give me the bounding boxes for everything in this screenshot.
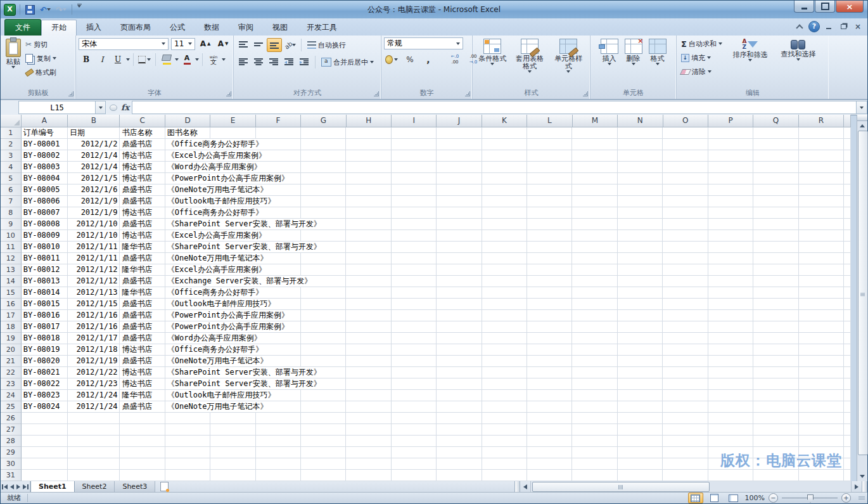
page-layout-view-button[interactable] — [707, 493, 722, 503]
cell-I18[interactable] — [392, 321, 437, 333]
cell-O30[interactable] — [663, 458, 708, 470]
cell-O17[interactable] — [663, 310, 708, 321]
cell-B25[interactable]: 2012/1/24 — [68, 401, 120, 413]
cell-J6[interactable] — [437, 184, 482, 196]
cell-G31[interactable] — [301, 470, 346, 481]
column-header-F[interactable]: F — [256, 115, 301, 127]
cell-R20[interactable] — [799, 344, 844, 356]
cell-O23[interactable] — [663, 378, 708, 390]
cell-H29[interactable] — [346, 447, 391, 458]
cell-H15[interactable] — [346, 287, 391, 299]
cell-I19[interactable] — [392, 333, 437, 344]
cell-N26[interactable] — [618, 413, 663, 424]
cell-K9[interactable] — [482, 219, 527, 230]
cell-A1[interactable]: 订单编号 — [22, 127, 68, 139]
cell-N5[interactable] — [618, 173, 663, 184]
cell-L19[interactable] — [527, 333, 572, 344]
format-painter-button[interactable]: 格式刷 — [23, 65, 58, 79]
cell-K10[interactable] — [482, 230, 527, 242]
cell-I14[interactable] — [392, 276, 437, 287]
cell-M17[interactable] — [572, 310, 617, 321]
cell-R23[interactable] — [799, 378, 844, 390]
cell-R19[interactable] — [799, 333, 844, 344]
cell-partial[interactable] — [844, 299, 851, 310]
cell-A2[interactable]: BY-08001 — [22, 139, 68, 150]
cell-I28[interactable] — [392, 436, 437, 447]
zoom-slider[interactable] — [782, 498, 838, 498]
row-header-21[interactable]: 21 — [1, 356, 22, 367]
cell-partial[interactable] — [844, 367, 851, 378]
cell-P10[interactable] — [708, 230, 753, 242]
cell-I31[interactable] — [392, 470, 437, 481]
cell-B3[interactable]: 2012/1/4 — [68, 150, 120, 162]
cell-K27[interactable] — [482, 424, 527, 436]
cell-N24[interactable] — [618, 390, 663, 401]
cell-O1[interactable] — [663, 127, 708, 139]
cell-D27[interactable] — [165, 424, 210, 436]
cell-B30[interactable] — [68, 458, 120, 470]
cell-R4[interactable] — [799, 162, 844, 173]
cell-J15[interactable] — [437, 287, 482, 299]
cell-H1[interactable] — [346, 127, 391, 139]
cell-J24[interactable] — [437, 390, 482, 401]
cell-L28[interactable] — [527, 436, 572, 447]
cell-J5[interactable] — [437, 173, 482, 184]
cell-N6[interactable] — [618, 184, 663, 196]
decrease-font-button[interactable]: A▼ — [215, 37, 231, 50]
cell-Q3[interactable] — [753, 150, 798, 162]
phonetic-guide-button[interactable]: wén文 — [206, 53, 221, 66]
cell-L21[interactable] — [527, 356, 572, 367]
cell-partial[interactable] — [844, 173, 851, 184]
cell-O14[interactable] — [663, 276, 708, 287]
cell-B5[interactable]: 2012/1/5 — [68, 173, 120, 184]
cell-G21[interactable] — [301, 356, 346, 367]
cell-Q31[interactable] — [753, 470, 798, 481]
cell-N3[interactable] — [618, 150, 663, 162]
cell-G28[interactable] — [301, 436, 346, 447]
cell-G25[interactable] — [301, 401, 346, 413]
cell-O20[interactable] — [663, 344, 708, 356]
cell-G30[interactable] — [301, 458, 346, 470]
cell-C11[interactable]: 隆华书店 — [120, 242, 165, 253]
cell-R18[interactable] — [799, 321, 844, 333]
cell-J1[interactable] — [437, 127, 482, 139]
cell-I2[interactable] — [392, 139, 437, 150]
cell-B24[interactable]: 2012/1/24 — [68, 390, 120, 401]
cell-P1[interactable] — [708, 127, 753, 139]
cell-partial[interactable] — [844, 127, 851, 139]
cell-N29[interactable] — [618, 447, 663, 458]
cell-D24[interactable]: 《Outlook电子邮件应用技巧》 — [165, 390, 210, 401]
cell-G3[interactable] — [301, 150, 346, 162]
cell-K16[interactable] — [482, 299, 527, 310]
cell-E27[interactable] — [210, 424, 255, 436]
cell-I29[interactable] — [392, 447, 437, 458]
cell-L31[interactable] — [527, 470, 572, 481]
cell-R6[interactable] — [799, 184, 844, 196]
format-as-table-button[interactable]: 套用表格格式 — [511, 37, 548, 82]
cell-K5[interactable] — [482, 173, 527, 184]
cell-P27[interactable] — [708, 424, 753, 436]
cell-partial[interactable] — [844, 196, 851, 207]
first-sheet-button[interactable] — [2, 484, 8, 489]
cell-D19[interactable]: 《Word办公高手应用案例》 — [165, 333, 210, 344]
cell-A22[interactable]: BY-08021 — [22, 367, 68, 378]
cell-J27[interactable] — [437, 424, 482, 436]
row-header-11[interactable]: 11 — [1, 242, 22, 253]
cell-B21[interactable]: 2012/1/19 — [68, 356, 120, 367]
cell-C26[interactable] — [120, 413, 165, 424]
tab-file[interactable]: 文件 — [4, 19, 41, 36]
row-header-26[interactable]: 26 — [1, 413, 22, 424]
cell-partial[interactable] — [844, 447, 851, 458]
cell-partial[interactable] — [844, 253, 851, 264]
cell-C20[interactable]: 博达书店 — [120, 344, 165, 356]
cell-L9[interactable] — [527, 219, 572, 230]
cell-M19[interactable] — [572, 333, 617, 344]
cell-I27[interactable] — [392, 424, 437, 436]
cell-B18[interactable]: 2012/1/16 — [68, 321, 120, 333]
cell-G19[interactable] — [301, 333, 346, 344]
cell-P8[interactable] — [708, 207, 753, 219]
cell-I20[interactable] — [392, 344, 437, 356]
cell-K6[interactable] — [482, 184, 527, 196]
cell-Q16[interactable] — [753, 299, 798, 310]
cell-Q8[interactable] — [753, 207, 798, 219]
